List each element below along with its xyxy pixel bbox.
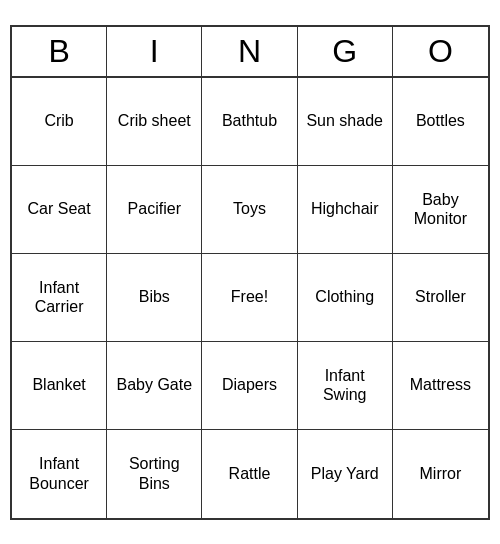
bingo-cell: Sun shade <box>298 78 393 166</box>
cell-label: Bathtub <box>222 111 277 130</box>
bingo-cell: Mattress <box>393 342 488 430</box>
cell-label: Sorting Bins <box>111 454 197 492</box>
bingo-cell: Free! <box>202 254 297 342</box>
header-letter: N <box>202 27 297 76</box>
cell-label: Bibs <box>139 287 170 306</box>
cell-label: Infant Swing <box>302 366 388 404</box>
header-letter: O <box>393 27 488 76</box>
bingo-cell: Pacifier <box>107 166 202 254</box>
bingo-cell: Bottles <box>393 78 488 166</box>
cell-label: Pacifier <box>128 199 181 218</box>
cell-label: Rattle <box>229 464 271 483</box>
cell-label: Toys <box>233 199 266 218</box>
cell-label: Crib sheet <box>118 111 191 130</box>
cell-label: Baby Monitor <box>397 190 484 228</box>
bingo-cell: Bathtub <box>202 78 297 166</box>
bingo-header: BINGO <box>12 27 488 78</box>
cell-label: Bottles <box>416 111 465 130</box>
bingo-cell: Baby Monitor <box>393 166 488 254</box>
cell-label: Mattress <box>410 375 471 394</box>
bingo-cell: Crib sheet <box>107 78 202 166</box>
cell-label: Car Seat <box>28 199 91 218</box>
cell-label: Diapers <box>222 375 277 394</box>
cell-label: Sun shade <box>306 111 383 130</box>
cell-label: Play Yard <box>311 464 379 483</box>
bingo-cell: Toys <box>202 166 297 254</box>
bingo-cell: Bibs <box>107 254 202 342</box>
cell-label: Highchair <box>311 199 379 218</box>
bingo-cell: Crib <box>12 78 107 166</box>
cell-label: Infant Bouncer <box>16 454 102 492</box>
bingo-cell: Infant Swing <box>298 342 393 430</box>
cell-label: Baby Gate <box>116 375 192 394</box>
header-letter: B <box>12 27 107 76</box>
cell-label: Free! <box>231 287 268 306</box>
bingo-cell: Diapers <box>202 342 297 430</box>
bingo-cell: Blanket <box>12 342 107 430</box>
header-letter: I <box>107 27 202 76</box>
bingo-cell: Sorting Bins <box>107 430 202 518</box>
cell-label: Crib <box>44 111 73 130</box>
header-letter: G <box>298 27 393 76</box>
cell-label: Blanket <box>32 375 85 394</box>
bingo-cell: Rattle <box>202 430 297 518</box>
bingo-cell: Infant Carrier <box>12 254 107 342</box>
bingo-grid: CribCrib sheetBathtubSun shadeBottlesCar… <box>12 78 488 518</box>
bingo-cell: Baby Gate <box>107 342 202 430</box>
bingo-cell: Clothing <box>298 254 393 342</box>
bingo-cell: Play Yard <box>298 430 393 518</box>
bingo-cell: Infant Bouncer <box>12 430 107 518</box>
bingo-cell: Highchair <box>298 166 393 254</box>
cell-label: Clothing <box>315 287 374 306</box>
cell-label: Mirror <box>420 464 462 483</box>
cell-label: Stroller <box>415 287 466 306</box>
bingo-card: BINGO CribCrib sheetBathtubSun shadeBott… <box>10 25 490 520</box>
bingo-cell: Stroller <box>393 254 488 342</box>
cell-label: Infant Carrier <box>16 278 102 316</box>
bingo-cell: Mirror <box>393 430 488 518</box>
bingo-cell: Car Seat <box>12 166 107 254</box>
